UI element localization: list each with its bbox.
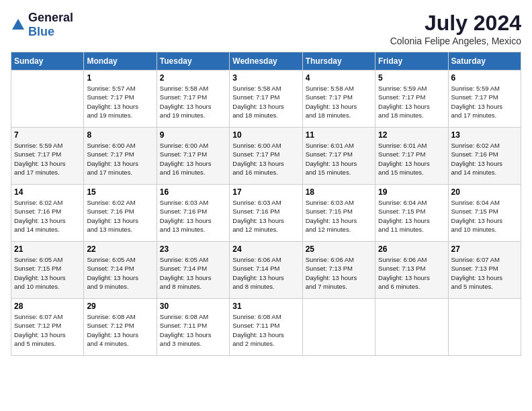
day-number: 9 [160,130,226,140]
table-row: 8Sunrise: 6:00 AMSunset: 7:17 PMDaylight… [84,128,157,185]
header-saturday: Saturday [448,52,521,71]
header-wednesday: Wednesday [230,52,302,71]
table-row: 23Sunrise: 6:05 AMSunset: 7:14 PMDayligh… [157,242,229,299]
day-number: 30 [160,302,226,311]
day-info: Sunrise: 6:05 AMSunset: 7:14 PMDaylight:… [87,255,153,291]
day-info: Sunrise: 5:58 AMSunset: 7:17 PMDaylight:… [306,84,372,120]
day-number: 18 [306,187,372,197]
table-row: 9Sunrise: 6:00 AMSunset: 7:17 PMDaylight… [157,128,229,185]
day-info: Sunrise: 6:07 AMSunset: 7:12 PMDaylight:… [14,312,81,348]
table-row: 26Sunrise: 6:06 AMSunset: 7:13 PMDayligh… [375,242,448,299]
table-row: 25Sunrise: 6:06 AMSunset: 7:13 PMDayligh… [302,242,375,299]
table-row: 1Sunrise: 5:57 AMSunset: 7:17 PMDaylight… [84,71,157,128]
day-info: Sunrise: 5:58 AMSunset: 7:17 PMDaylight:… [232,84,299,120]
logo-general: General [28,11,73,24]
table-row: 24Sunrise: 6:06 AMSunset: 7:14 PMDayligh… [230,242,302,299]
day-info: Sunrise: 6:02 AMSunset: 7:16 PMDaylight:… [87,198,153,234]
calendar-header: Sunday Monday Tuesday Wednesday Thursday… [11,52,521,71]
day-number: 4 [306,73,372,83]
day-number: 25 [306,244,372,254]
day-info: Sunrise: 6:08 AMSunset: 7:12 PMDaylight:… [87,312,153,348]
day-info: Sunrise: 6:00 AMSunset: 7:17 PMDaylight:… [232,141,299,177]
location-subtitle: Colonia Felipe Angeles, Mexico [390,36,521,46]
table-row: 17Sunrise: 6:03 AMSunset: 7:16 PMDayligh… [230,185,302,242]
day-number: 11 [306,130,372,140]
table-row: 27Sunrise: 6:07 AMSunset: 7:13 PMDayligh… [448,242,521,299]
table-row: 30Sunrise: 6:08 AMSunset: 7:11 PMDayligh… [157,299,229,356]
table-row: 7Sunrise: 5:59 AMSunset: 7:17 PMDaylight… [11,128,84,185]
table-row: 14Sunrise: 6:02 AMSunset: 7:16 PMDayligh… [11,185,84,242]
day-number: 12 [378,130,445,140]
day-info: Sunrise: 6:00 AMSunset: 7:17 PMDaylight:… [160,141,226,177]
day-info: Sunrise: 6:02 AMSunset: 7:16 PMDaylight:… [14,198,81,234]
day-number: 13 [451,130,518,140]
day-number: 24 [232,244,299,254]
day-number: 19 [378,187,445,197]
day-number: 28 [14,302,81,311]
header-thursday: Thursday [302,52,375,71]
calendar-table: Sunday Monday Tuesday Wednesday Thursday… [11,52,521,356]
day-info: Sunrise: 6:04 AMSunset: 7:15 PMDaylight:… [378,198,445,234]
day-number: 31 [232,302,299,311]
day-info: Sunrise: 6:07 AMSunset: 7:13 PMDaylight:… [451,255,518,291]
day-number: 6 [451,73,518,83]
day-info: Sunrise: 6:08 AMSunset: 7:11 PMDaylight:… [232,312,299,348]
logo-icon [11,17,26,32]
table-row: 22Sunrise: 6:05 AMSunset: 7:14 PMDayligh… [84,242,157,299]
day-info: Sunrise: 6:03 AMSunset: 7:16 PMDaylight:… [232,198,299,234]
day-number: 29 [87,302,153,311]
day-info: Sunrise: 6:06 AMSunset: 7:13 PMDaylight:… [306,255,372,291]
table-row: 15Sunrise: 6:02 AMSunset: 7:16 PMDayligh… [84,185,157,242]
day-info: Sunrise: 6:02 AMSunset: 7:16 PMDaylight:… [451,141,518,177]
table-row: 28Sunrise: 6:07 AMSunset: 7:12 PMDayligh… [11,299,84,356]
svg-marker-0 [12,19,24,30]
day-info: Sunrise: 6:01 AMSunset: 7:17 PMDaylight:… [378,141,445,177]
table-row [11,71,84,128]
day-number: 17 [232,187,299,197]
day-info: Sunrise: 6:01 AMSunset: 7:17 PMDaylight:… [306,141,372,177]
day-number: 14 [14,187,81,197]
table-row [375,299,448,356]
day-number: 22 [87,244,153,254]
header-friday: Friday [375,52,448,71]
day-info: Sunrise: 5:59 AMSunset: 7:17 PMDaylight:… [378,84,445,120]
table-row: 5Sunrise: 5:59 AMSunset: 7:17 PMDaylight… [375,71,448,128]
day-info: Sunrise: 5:57 AMSunset: 7:17 PMDaylight:… [87,84,153,120]
day-info: Sunrise: 6:05 AMSunset: 7:15 PMDaylight:… [14,255,81,291]
header-monday: Monday [84,52,157,71]
table-row [448,299,521,356]
day-info: Sunrise: 6:03 AMSunset: 7:15 PMDaylight:… [306,198,372,234]
title-block: July 2024 Colonia Felipe Angeles, Mexico [390,11,521,46]
table-row: 6Sunrise: 5:59 AMSunset: 7:17 PMDaylight… [448,71,521,128]
day-number: 20 [451,187,518,197]
logo: General Blue [11,11,73,39]
day-info: Sunrise: 5:59 AMSunset: 7:17 PMDaylight:… [14,141,81,177]
calendar-body: 1Sunrise: 5:57 AMSunset: 7:17 PMDaylight… [11,71,521,356]
month-year-title: July 2024 [390,11,521,36]
table-row: 20Sunrise: 6:04 AMSunset: 7:15 PMDayligh… [448,185,521,242]
day-number: 2 [160,73,226,83]
day-number: 27 [451,244,518,254]
page-header: General Blue July 2024 Colonia Felipe An… [11,11,521,46]
header-sunday: Sunday [11,52,84,71]
table-row: 21Sunrise: 6:05 AMSunset: 7:15 PMDayligh… [11,242,84,299]
day-info: Sunrise: 6:05 AMSunset: 7:14 PMDaylight:… [160,255,226,291]
day-info: Sunrise: 6:04 AMSunset: 7:15 PMDaylight:… [451,198,518,234]
table-row: 31Sunrise: 6:08 AMSunset: 7:11 PMDayligh… [230,299,302,356]
table-row: 10Sunrise: 6:00 AMSunset: 7:17 PMDayligh… [230,128,302,185]
table-row: 18Sunrise: 6:03 AMSunset: 7:15 PMDayligh… [302,185,375,242]
day-number: 26 [378,244,445,254]
table-row: 19Sunrise: 6:04 AMSunset: 7:15 PMDayligh… [375,185,448,242]
day-number: 8 [87,130,153,140]
table-row: 13Sunrise: 6:02 AMSunset: 7:16 PMDayligh… [448,128,521,185]
day-number: 21 [14,244,81,254]
day-number: 23 [160,244,226,254]
day-info: Sunrise: 5:58 AMSunset: 7:17 PMDaylight:… [160,84,226,120]
table-row: 29Sunrise: 6:08 AMSunset: 7:12 PMDayligh… [84,299,157,356]
logo-blue: Blue [28,25,54,38]
day-info: Sunrise: 6:00 AMSunset: 7:17 PMDaylight:… [87,141,153,177]
day-number: 15 [87,187,153,197]
day-info: Sunrise: 6:08 AMSunset: 7:11 PMDaylight:… [160,312,226,348]
table-row: 12Sunrise: 6:01 AMSunset: 7:17 PMDayligh… [375,128,448,185]
logo-text: General Blue [28,11,73,39]
